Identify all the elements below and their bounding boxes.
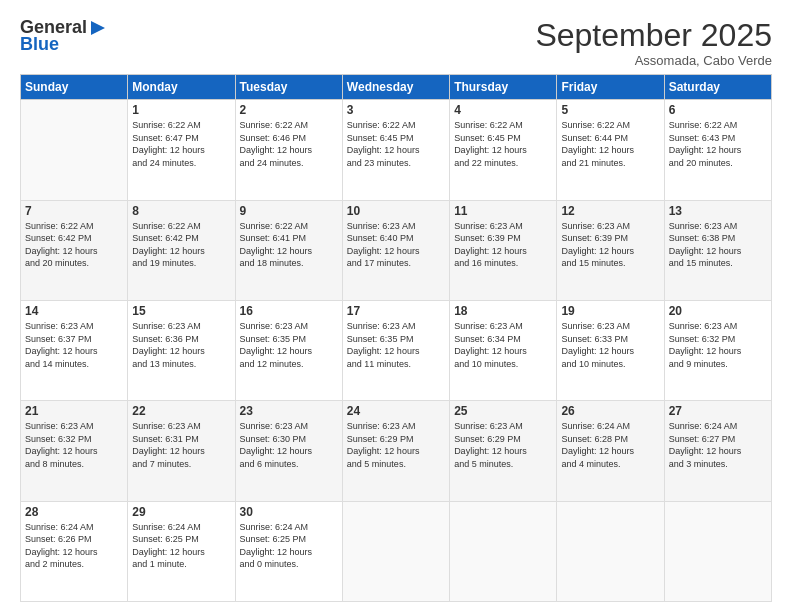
day-number: 6 xyxy=(669,103,767,117)
weekday-header-tuesday: Tuesday xyxy=(235,75,342,100)
day-info: Sunrise: 6:23 AM Sunset: 6:35 PM Dayligh… xyxy=(347,320,445,370)
calendar-cell xyxy=(450,501,557,601)
calendar-cell xyxy=(21,100,128,200)
calendar-cell: 27Sunrise: 6:24 AM Sunset: 6:27 PM Dayli… xyxy=(664,401,771,501)
day-info: Sunrise: 6:24 AM Sunset: 6:27 PM Dayligh… xyxy=(669,420,767,470)
calendar-week-row: 1Sunrise: 6:22 AM Sunset: 6:47 PM Daylig… xyxy=(21,100,772,200)
day-number: 14 xyxy=(25,304,123,318)
calendar-cell: 6Sunrise: 6:22 AM Sunset: 6:43 PM Daylig… xyxy=(664,100,771,200)
day-number: 9 xyxy=(240,204,338,218)
day-info: Sunrise: 6:22 AM Sunset: 6:45 PM Dayligh… xyxy=(454,119,552,169)
day-info: Sunrise: 6:24 AM Sunset: 6:26 PM Dayligh… xyxy=(25,521,123,571)
logo: General Blue xyxy=(20,18,107,55)
calendar-cell: 1Sunrise: 6:22 AM Sunset: 6:47 PM Daylig… xyxy=(128,100,235,200)
calendar-cell: 2Sunrise: 6:22 AM Sunset: 6:46 PM Daylig… xyxy=(235,100,342,200)
day-info: Sunrise: 6:24 AM Sunset: 6:25 PM Dayligh… xyxy=(132,521,230,571)
day-number: 1 xyxy=(132,103,230,117)
day-number: 22 xyxy=(132,404,230,418)
day-info: Sunrise: 6:22 AM Sunset: 6:46 PM Dayligh… xyxy=(240,119,338,169)
calendar-cell: 5Sunrise: 6:22 AM Sunset: 6:44 PM Daylig… xyxy=(557,100,664,200)
day-info: Sunrise: 6:22 AM Sunset: 6:45 PM Dayligh… xyxy=(347,119,445,169)
calendar-cell: 10Sunrise: 6:23 AM Sunset: 6:40 PM Dayli… xyxy=(342,200,449,300)
day-number: 17 xyxy=(347,304,445,318)
calendar-cell: 3Sunrise: 6:22 AM Sunset: 6:45 PM Daylig… xyxy=(342,100,449,200)
weekday-header-wednesday: Wednesday xyxy=(342,75,449,100)
calendar-cell: 29Sunrise: 6:24 AM Sunset: 6:25 PM Dayli… xyxy=(128,501,235,601)
calendar-cell: 30Sunrise: 6:24 AM Sunset: 6:25 PM Dayli… xyxy=(235,501,342,601)
calendar-cell: 13Sunrise: 6:23 AM Sunset: 6:38 PM Dayli… xyxy=(664,200,771,300)
weekday-header-saturday: Saturday xyxy=(664,75,771,100)
day-number: 21 xyxy=(25,404,123,418)
day-info: Sunrise: 6:23 AM Sunset: 6:32 PM Dayligh… xyxy=(25,420,123,470)
calendar-cell: 26Sunrise: 6:24 AM Sunset: 6:28 PM Dayli… xyxy=(557,401,664,501)
day-number: 24 xyxy=(347,404,445,418)
day-info: Sunrise: 6:23 AM Sunset: 6:35 PM Dayligh… xyxy=(240,320,338,370)
day-info: Sunrise: 6:23 AM Sunset: 6:29 PM Dayligh… xyxy=(454,420,552,470)
day-info: Sunrise: 6:23 AM Sunset: 6:30 PM Dayligh… xyxy=(240,420,338,470)
calendar-cell: 15Sunrise: 6:23 AM Sunset: 6:36 PM Dayli… xyxy=(128,300,235,400)
calendar-cell: 20Sunrise: 6:23 AM Sunset: 6:32 PM Dayli… xyxy=(664,300,771,400)
calendar-cell: 4Sunrise: 6:22 AM Sunset: 6:45 PM Daylig… xyxy=(450,100,557,200)
day-info: Sunrise: 6:22 AM Sunset: 6:41 PM Dayligh… xyxy=(240,220,338,270)
calendar-cell: 16Sunrise: 6:23 AM Sunset: 6:35 PM Dayli… xyxy=(235,300,342,400)
day-number: 15 xyxy=(132,304,230,318)
calendar-cell: 24Sunrise: 6:23 AM Sunset: 6:29 PM Dayli… xyxy=(342,401,449,501)
day-number: 16 xyxy=(240,304,338,318)
day-info: Sunrise: 6:23 AM Sunset: 6:33 PM Dayligh… xyxy=(561,320,659,370)
calendar-header-row: SundayMondayTuesdayWednesdayThursdayFrid… xyxy=(21,75,772,100)
day-number: 10 xyxy=(347,204,445,218)
calendar-cell: 8Sunrise: 6:22 AM Sunset: 6:42 PM Daylig… xyxy=(128,200,235,300)
calendar-cell: 18Sunrise: 6:23 AM Sunset: 6:34 PM Dayli… xyxy=(450,300,557,400)
day-number: 20 xyxy=(669,304,767,318)
location-subtitle: Assomada, Cabo Verde xyxy=(535,53,772,68)
day-number: 23 xyxy=(240,404,338,418)
calendar-cell xyxy=(664,501,771,601)
day-number: 19 xyxy=(561,304,659,318)
calendar-week-row: 14Sunrise: 6:23 AM Sunset: 6:37 PM Dayli… xyxy=(21,300,772,400)
weekday-header-sunday: Sunday xyxy=(21,75,128,100)
calendar-cell: 12Sunrise: 6:23 AM Sunset: 6:39 PM Dayli… xyxy=(557,200,664,300)
calendar-cell: 25Sunrise: 6:23 AM Sunset: 6:29 PM Dayli… xyxy=(450,401,557,501)
day-info: Sunrise: 6:23 AM Sunset: 6:39 PM Dayligh… xyxy=(561,220,659,270)
day-number: 29 xyxy=(132,505,230,519)
calendar-cell: 23Sunrise: 6:23 AM Sunset: 6:30 PM Dayli… xyxy=(235,401,342,501)
calendar-cell: 7Sunrise: 6:22 AM Sunset: 6:42 PM Daylig… xyxy=(21,200,128,300)
day-info: Sunrise: 6:23 AM Sunset: 6:39 PM Dayligh… xyxy=(454,220,552,270)
day-info: Sunrise: 6:23 AM Sunset: 6:32 PM Dayligh… xyxy=(669,320,767,370)
day-number: 26 xyxy=(561,404,659,418)
calendar-week-row: 28Sunrise: 6:24 AM Sunset: 6:26 PM Dayli… xyxy=(21,501,772,601)
calendar-cell: 17Sunrise: 6:23 AM Sunset: 6:35 PM Dayli… xyxy=(342,300,449,400)
day-info: Sunrise: 6:24 AM Sunset: 6:25 PM Dayligh… xyxy=(240,521,338,571)
page: General Blue September 2025 Assomada, Ca… xyxy=(0,0,792,612)
day-info: Sunrise: 6:22 AM Sunset: 6:42 PM Dayligh… xyxy=(25,220,123,270)
calendar-cell: 22Sunrise: 6:23 AM Sunset: 6:31 PM Dayli… xyxy=(128,401,235,501)
calendar-cell: 9Sunrise: 6:22 AM Sunset: 6:41 PM Daylig… xyxy=(235,200,342,300)
calendar-week-row: 7Sunrise: 6:22 AM Sunset: 6:42 PM Daylig… xyxy=(21,200,772,300)
month-title: September 2025 xyxy=(535,18,772,53)
svg-marker-0 xyxy=(91,21,105,35)
calendar-cell xyxy=(557,501,664,601)
day-info: Sunrise: 6:22 AM Sunset: 6:42 PM Dayligh… xyxy=(132,220,230,270)
day-info: Sunrise: 6:23 AM Sunset: 6:37 PM Dayligh… xyxy=(25,320,123,370)
day-number: 5 xyxy=(561,103,659,117)
day-number: 3 xyxy=(347,103,445,117)
calendar-cell xyxy=(342,501,449,601)
day-number: 8 xyxy=(132,204,230,218)
day-number: 2 xyxy=(240,103,338,117)
logo-flag-icon xyxy=(89,19,107,37)
day-info: Sunrise: 6:23 AM Sunset: 6:34 PM Dayligh… xyxy=(454,320,552,370)
day-number: 13 xyxy=(669,204,767,218)
day-number: 7 xyxy=(25,204,123,218)
calendar-cell: 28Sunrise: 6:24 AM Sunset: 6:26 PM Dayli… xyxy=(21,501,128,601)
day-info: Sunrise: 6:22 AM Sunset: 6:43 PM Dayligh… xyxy=(669,119,767,169)
day-info: Sunrise: 6:23 AM Sunset: 6:31 PM Dayligh… xyxy=(132,420,230,470)
logo-blue-text: Blue xyxy=(20,34,59,55)
day-info: Sunrise: 6:23 AM Sunset: 6:38 PM Dayligh… xyxy=(669,220,767,270)
calendar-week-row: 21Sunrise: 6:23 AM Sunset: 6:32 PM Dayli… xyxy=(21,401,772,501)
day-info: Sunrise: 6:23 AM Sunset: 6:36 PM Dayligh… xyxy=(132,320,230,370)
day-info: Sunrise: 6:24 AM Sunset: 6:28 PM Dayligh… xyxy=(561,420,659,470)
day-number: 27 xyxy=(669,404,767,418)
weekday-header-thursday: Thursday xyxy=(450,75,557,100)
day-number: 12 xyxy=(561,204,659,218)
title-block: September 2025 Assomada, Cabo Verde xyxy=(535,18,772,68)
